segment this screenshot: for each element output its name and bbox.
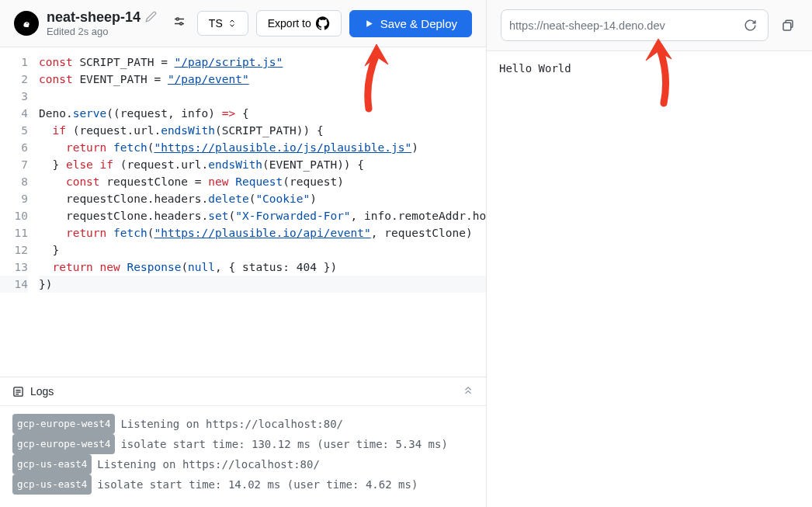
code-line[interactable]: if (request.url.endsWith(SCRIPT_PATH)) {	[39, 122, 486, 139]
code-line[interactable]: } else if (request.url.endsWith(EVENT_PA…	[39, 156, 486, 173]
line-number: 9	[0, 190, 28, 207]
editor-toolbar: neat-sheep-14 Edited 2s ago TS Export to	[0, 0, 486, 47]
region-badge: gcp-europe-west4	[12, 434, 115, 454]
code-line[interactable]: return fetch("https://plausible.io/js/pl…	[39, 139, 486, 156]
line-number: 6	[0, 139, 28, 156]
collapse-icon[interactable]	[463, 386, 474, 397]
open-external-button[interactable]	[778, 16, 798, 36]
line-number: 4	[0, 105, 28, 122]
line-number: 10	[0, 207, 28, 224]
log-message: isolate start time: 130.12 ms (user time…	[120, 435, 447, 453]
line-number: 14	[0, 276, 28, 293]
code-line[interactable]: const requestClone = new Request(request…	[39, 173, 486, 190]
preview-url-input[interactable]	[509, 19, 734, 32]
reload-button[interactable]	[741, 16, 760, 35]
svg-point-5	[180, 23, 182, 25]
log-message: Listening on https://localhost:80/	[97, 455, 320, 474]
language-select[interactable]: TS	[197, 11, 248, 36]
log-line: gcp-europe-west4isolate start time: 130.…	[12, 434, 474, 454]
settings-button[interactable]	[169, 12, 189, 35]
external-icon	[781, 19, 795, 33]
region-badge: gcp-europe-west4	[12, 414, 115, 434]
log-line: gcp-us-east4isolate start time: 14.02 ms…	[12, 474, 474, 495]
line-number: 13	[0, 259, 28, 276]
code-editor[interactable]: 1234567891011121314 const SCRIPT_PATH = …	[0, 47, 486, 377]
preview-url-bar[interactable]	[501, 9, 769, 41]
line-number: 12	[0, 241, 28, 259]
code-line[interactable]: }	[39, 241, 486, 259]
region-badge: gcp-us-east4	[12, 454, 92, 474]
github-icon	[316, 16, 330, 30]
deno-logo	[14, 11, 39, 36]
save-deploy-button[interactable]: Save & Deploy	[349, 10, 472, 37]
line-number: 1	[0, 54, 28, 71]
svg-point-3	[176, 18, 179, 20]
line-number: 3	[0, 88, 28, 105]
log-message: isolate start time: 14.02 ms (user time:…	[97, 475, 418, 494]
line-number: 8	[0, 173, 28, 190]
reload-icon	[744, 19, 757, 32]
logs-panel: Logs gcp-europe-west4Listening on https:…	[0, 377, 486, 507]
log-message: Listening on https://localhost:80/	[120, 415, 343, 433]
code-line[interactable]: requestClone.headers.set("X-Forwarded-Fo…	[39, 207, 486, 224]
code-line[interactable]	[39, 88, 486, 105]
code-line[interactable]: Deno.serve((request, info) => {	[39, 105, 486, 122]
export-button[interactable]: Export to	[256, 10, 342, 36]
code-line[interactable]: return new Response(null, { status: 404 …	[39, 259, 486, 276]
log-line: gcp-us-east4Listening on https://localho…	[12, 454, 474, 474]
play-icon	[364, 19, 374, 29]
svg-point-1	[26, 23, 28, 24]
line-number: 5	[0, 122, 28, 139]
logs-icon	[12, 386, 24, 398]
code-line[interactable]: })	[39, 276, 486, 293]
save-deploy-label: Save & Deploy	[380, 17, 457, 30]
preview-toolbar	[487, 0, 812, 51]
line-number: 2	[0, 71, 28, 88]
language-label: TS	[209, 17, 223, 30]
line-number: 7	[0, 156, 28, 173]
code-line[interactable]: requestClone.headers.delete("Cookie")	[39, 190, 486, 207]
project-subtitle: Edited 2s ago	[47, 26, 157, 37]
code-line[interactable]: const EVENT_PATH = "/pap/event"	[39, 71, 486, 88]
edit-title-icon[interactable]	[145, 11, 157, 25]
logs-header[interactable]: Logs	[0, 377, 486, 406]
project-title: neat-sheep-14	[47, 9, 141, 26]
export-label: Export to	[268, 17, 311, 30]
log-line: gcp-europe-west4Listening on https://loc…	[12, 414, 474, 434]
logs-title: Logs	[30, 385, 54, 398]
svg-rect-10	[783, 23, 791, 30]
region-badge: gcp-us-east4	[12, 474, 92, 495]
sliders-icon	[172, 16, 186, 30]
code-line[interactable]: const SCRIPT_PATH = "/pap/script.js"	[39, 54, 486, 71]
line-number: 11	[0, 224, 28, 241]
code-line[interactable]: return fetch("https://plausible.io/api/e…	[39, 224, 486, 241]
chevron-updown-icon	[227, 19, 237, 28]
preview-output: Hello World	[487, 51, 812, 85]
